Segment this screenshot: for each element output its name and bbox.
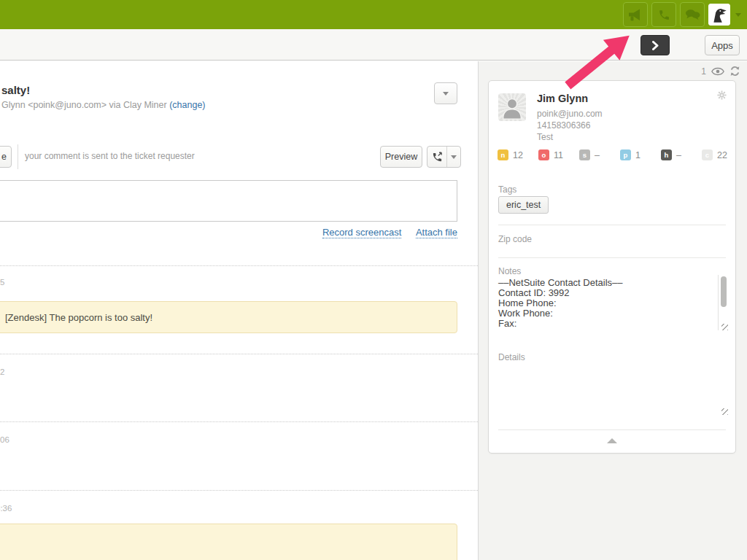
badge-letter: c [702, 149, 713, 160]
ticket-count-badges: n 12 o 11 s – p 1 h – [498, 149, 743, 160]
event-timestamp: 06 [0, 435, 9, 444]
apps-toolbar: Apps [0, 29, 747, 61]
notes-resize-handle[interactable] [721, 324, 728, 330]
divider [18, 144, 18, 169]
badge-hold[interactable]: h – [661, 149, 702, 160]
apps-button[interactable]: Apps [705, 35, 740, 55]
megaphone-icon [628, 9, 643, 21]
badge-closed[interactable]: c 22 [702, 149, 743, 160]
user-card: Jim Glynn poink@juno.com 14158306366 Tes… [488, 80, 736, 454]
notes-scrollbar[interactable] [718, 275, 727, 330]
badge-letter: n [498, 149, 508, 160]
viewers-row: 1 [701, 66, 740, 77]
chevron-down-icon [451, 155, 457, 159]
field-divider [498, 257, 726, 258]
eye-icon [711, 67, 724, 76]
notes-textarea[interactable]: ––NetSuite Contact Details–– Contact ID:… [498, 278, 714, 329]
comment-hint: your comment is sent to the ticket reque… [25, 151, 195, 161]
event-comment-highlighted: [Zendesk] The popcorn is too salty! [0, 301, 457, 333]
collapse-card-button[interactable] [607, 438, 617, 443]
person-icon [498, 93, 526, 121]
comment-textarea[interactable] [0, 180, 457, 222]
event-comment-text: [Zendesk] The popcorn is too salty! [0, 312, 152, 323]
event-timestamp: 2 [0, 368, 4, 376]
call-split-button [427, 146, 461, 168]
event-separator [0, 354, 478, 354]
phone-button[interactable] [651, 2, 676, 27]
customer-organization: Test [537, 132, 553, 142]
badge-letter: s [579, 149, 590, 160]
notes-label: Notes [498, 266, 521, 276]
chevron-right-icon [652, 41, 659, 50]
badge-count: 22 [717, 150, 727, 160]
megaphone-button[interactable] [623, 2, 648, 27]
user-menu-caret-icon[interactable] [735, 13, 741, 17]
customer-avatar[interactable] [498, 93, 526, 121]
call-button[interactable] [427, 147, 447, 167]
chat-button[interactable] [680, 2, 705, 27]
card-footer-divider [498, 429, 726, 430]
viewers-count: 1 [701, 66, 706, 77]
customer-name[interactable]: Jim Glynn [537, 93, 588, 104]
badge-open[interactable]: o 11 [538, 149, 579, 160]
chevron-down-icon [443, 92, 449, 96]
change-requester-link[interactable]: (change) [169, 100, 205, 110]
ticket-title: salty! [1, 84, 30, 96]
badge-count: 12 [513, 150, 523, 160]
attach-file-link[interactable]: Attach file [416, 227, 457, 238]
badge-letter: o [538, 149, 549, 160]
badge-new[interactable]: n 12 [498, 149, 538, 160]
user-avatar-image [710, 5, 729, 24]
event-separator [0, 421, 478, 422]
badge-count: – [595, 150, 600, 160]
tag-eric-test[interactable]: eric_test [498, 196, 549, 214]
customer-sidebar: 1 [478, 61, 747, 560]
details-resize-handle[interactable] [721, 408, 728, 415]
event-comment-highlighted [0, 524, 457, 560]
badge-letter: h [661, 149, 672, 160]
comment-type-button[interactable]: e [0, 146, 12, 168]
record-screencast-link[interactable]: Record screencast [322, 227, 401, 238]
gear-icon[interactable] [717, 90, 727, 103]
preview-button[interactable]: Preview [380, 146, 422, 168]
user-menu[interactable] [708, 4, 730, 26]
event-timestamp: 5 [0, 278, 4, 287]
event-timestamp: 3:36 [0, 504, 12, 513]
details-label: Details [498, 352, 525, 362]
refresh-icon[interactable] [729, 66, 740, 77]
phone-icon [658, 9, 670, 21]
customer-email: poink@juno.com [537, 109, 603, 119]
ticket-pane: salty! Glynn <poink@juno.com> via Clay M… [0, 61, 478, 560]
top-bar [0, 0, 747, 29]
badge-count: 1 [635, 150, 640, 160]
badge-letter: p [620, 149, 631, 160]
event-separator [0, 490, 478, 491]
customer-phone: 14158306366 [537, 120, 590, 131]
field-divider [498, 225, 726, 225]
ticket-options-button[interactable] [434, 82, 457, 104]
badge-solved[interactable]: s – [579, 149, 620, 160]
zip-code-label: Zip code [498, 234, 532, 244]
zendesk-app: Apps salty! Glynn <poink@juno.com> via C… [0, 0, 747, 560]
ticket-requester-line: Glynn <poink@juno.com> via Clay Miner (c… [1, 100, 206, 110]
attachment-actions: Record screencast Attach file [0, 227, 457, 238]
phone-forward-icon [432, 152, 443, 163]
tags-label: Tags [498, 184, 516, 195]
chat-icon [685, 9, 700, 20]
badge-pending[interactable]: p 1 [620, 149, 661, 160]
badge-count: 11 [554, 150, 563, 160]
call-options-button[interactable] [447, 147, 460, 167]
requester-text: Glynn <poink@juno.com> via Clay Miner [1, 100, 169, 110]
panel-toggle-button[interactable] [640, 35, 670, 55]
badge-count: – [676, 150, 681, 160]
scrollbar-thumb[interactable] [721, 276, 727, 307]
event-separator [0, 265, 478, 266]
top-bar-actions [623, 2, 741, 27]
